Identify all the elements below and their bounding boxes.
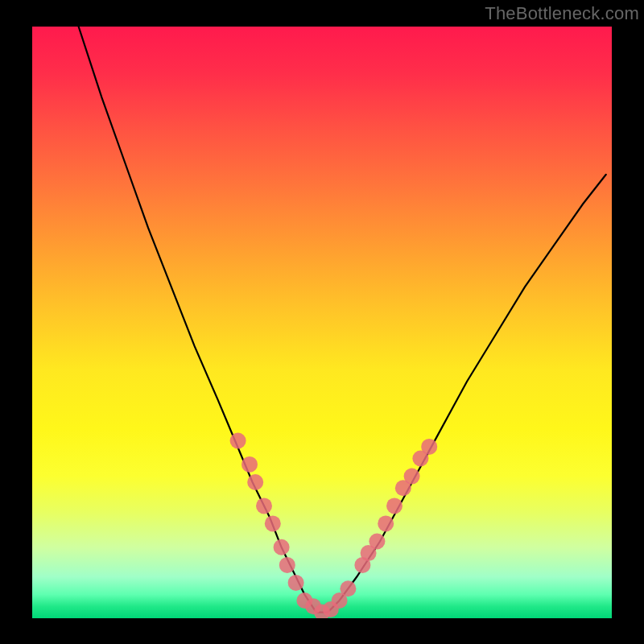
watermark-text: TheBottleneck.com [485, 3, 639, 24]
plot-area [32, 27, 612, 618]
gradient-background [32, 27, 612, 618]
chart-frame: TheBottleneck.com [0, 0, 644, 644]
